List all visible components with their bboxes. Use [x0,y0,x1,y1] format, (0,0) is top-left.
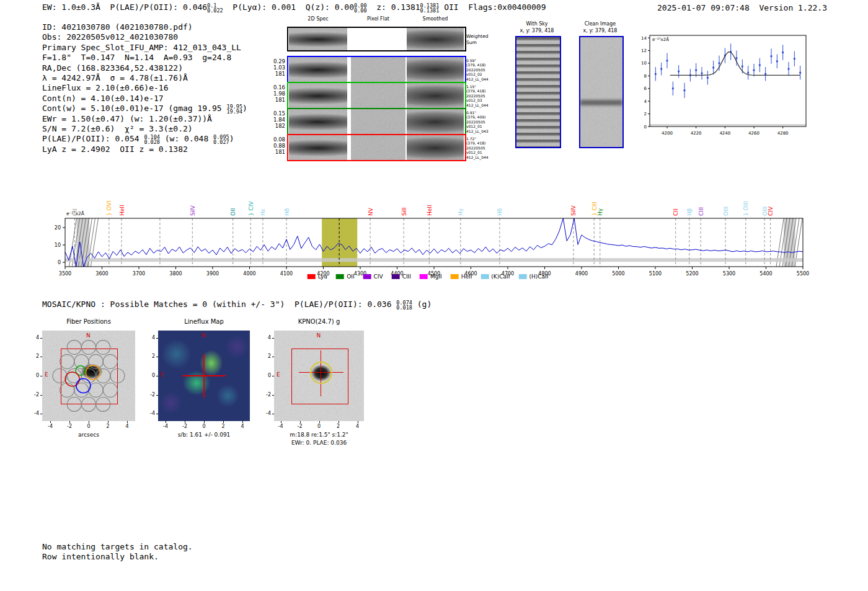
hatch-line [81,218,89,267]
flux-point [736,57,738,59]
x-tick [300,421,301,423]
flux-point [747,72,749,74]
y-tick-label: 0 [259,373,271,378]
cutout-caption: s/b: 1.61 +/- 0.091 [140,432,268,438]
emission-line-label: CII [673,208,679,216]
x-tick-label: 3700 [133,271,145,277]
hatch-line [779,218,787,267]
x-tick-label: 5200 [686,271,698,277]
emission-line-label: CIV [768,206,774,216]
x-tick [108,421,108,423]
fit-axes-box [650,35,806,127]
detection-highlight-band [322,218,357,267]
fiber-id-label: 1.15"(379, 418)20220505v012_03412_LL_044 [466,84,503,107]
y-tick-label: -2 [143,392,155,398]
x-tick-label: 4 [350,424,366,429]
spec2d-row-border [287,82,466,109]
emission-line-label: OIII [762,207,768,216]
fiber-circle [67,340,81,355]
y-tick [272,357,274,357]
fiber-circle [53,369,67,383]
spacer [750,3,760,12]
sky-panel-title: With Skyx, y: 379, 418 [503,20,571,34]
legend-item: CIV [363,273,383,280]
y-tick-label: 4 [259,335,271,340]
flux-point [724,55,726,56]
flux-point [771,55,773,57]
x-tick-label: 2 [215,424,231,429]
flux-point [707,77,709,79]
legend-swatch [336,274,344,279]
stacked-value: 0.0740.018 [396,300,412,310]
y-tick-label: 0 [58,260,61,265]
fiber-circle [60,383,74,397]
x-tick-label: 4200 [662,131,673,136]
spec2d-col-title: Smoothed [407,16,464,22]
spec2d-row-border [287,108,466,135]
x-tick [242,421,243,423]
info-line: EWr = 1.50(±0.47) (w: 1.20(±0.37))Å [42,114,247,124]
info-line: LyA z = 2.4902 OII z = 0.1382 [42,144,247,154]
gaussian-fit-curve [670,52,800,76]
legend-label: (K)CaII [491,273,510,280]
x-tick-label: 3800 [169,271,182,277]
stacked-value: 0.10.022 [207,3,223,13]
hatch-line [782,218,790,267]
clean-image [579,36,624,148]
fiber-circle [103,383,117,397]
masked-band [76,218,89,267]
x-tick [166,421,166,423]
flux-point [678,71,680,73]
info-line: Primary Spec_Slot_IFU_AMP: 412_013_043_L… [42,43,247,53]
info-line: F=1.8" T=0.147 N=1.14 A=0.93 g=24.8 [42,53,247,63]
flux-point [788,68,790,70]
y-tick-label: -2 [27,392,39,398]
emission-line-label: HeII [427,205,433,216]
hatch-line [776,218,784,267]
y-tick-label: 2 [143,353,155,359]
x-tick-label: 4260 [748,131,760,136]
y-tick-label: 4 [143,335,155,340]
stacked-value: 0.0950.027 [213,135,229,144]
y-tick-label: 2 [259,353,271,359]
legend-label: Lyα [318,273,327,280]
emission-line-label: } OIII [743,201,749,216]
y-tick [156,414,158,414]
x-tick-label: 0 [196,424,212,429]
emission-line-label: Hδ [284,208,290,216]
x-tick [50,421,51,423]
summary-header-line: EW: 1.0±0.3Å P(LAE)/P(OII): 0.0460.10.02… [42,2,546,13]
flux-point [689,74,691,76]
emission-line-label: } CIII [591,202,598,216]
spectrum-line-legend: LyαOIICIVCIIIMgIIHeII(K)CaII(H)CaII [308,273,549,280]
y-tick-label: -4 [27,411,39,416]
fiber-circle [103,355,117,369]
emission-line-label: Hγ [458,208,464,216]
footer-notes: No matching targets in catalog.Row inten… [42,542,193,562]
flux-point [719,63,720,64]
fiber-circle [96,397,110,411]
info-line: P(LAE)/P(OII): 0.054 0.1040.028 (w: 0.04… [42,134,247,144]
flux-point [742,66,743,68]
fiber-circle [74,355,89,369]
legend-label: CIII [402,273,411,280]
x-tick-label: 4 [234,424,250,429]
y-tick [156,357,158,357]
info-line: RA,Dec (168.823364,52.438122) [42,63,247,73]
timestamp-version: 2025-01-07 09:07:48 Version 1.22.3 [657,3,827,12]
x-tick-label: 3900 [206,271,219,277]
aperture-circle [310,362,332,384]
hatch-line [72,218,79,267]
flux-point [672,87,674,89]
info-line: LineFlux = 2.10(±0.66)e-16 [42,83,247,93]
hatch-line [69,218,76,267]
hatch-line [91,218,98,267]
x-tick-label: 5100 [649,271,662,277]
hatch-line [795,218,802,267]
stacked-value: 0.000.00 [354,3,366,13]
legend-swatch [392,274,400,279]
x-tick-label: 4280 [777,131,789,136]
info-line: Cont(w) = 5.10(±0.01)e-17 (gmag 19.95 19… [42,104,247,113]
flux-point [799,72,801,74]
fiber-circle [96,340,110,355]
